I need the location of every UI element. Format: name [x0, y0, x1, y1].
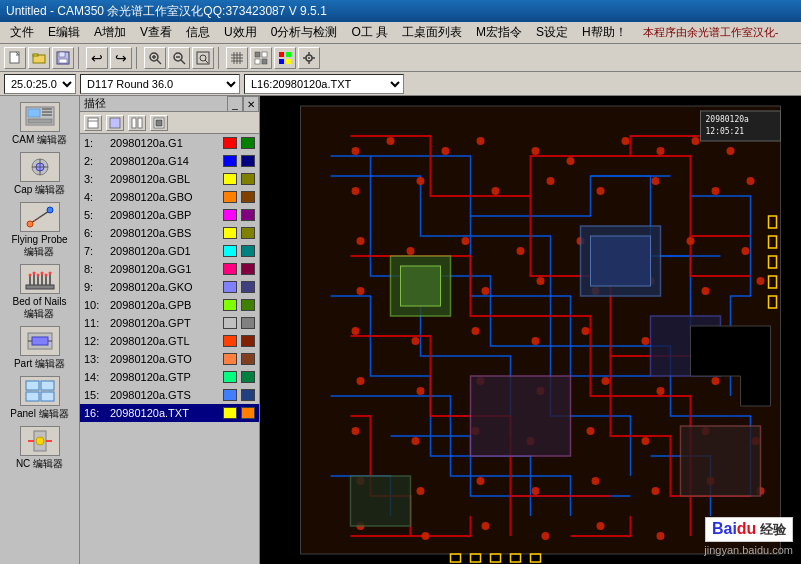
- layer-row[interactable]: 2:20980120a.G14: [80, 152, 259, 170]
- svg-rect-161: [591, 236, 651, 286]
- zoom-fit-button[interactable]: [192, 47, 214, 69]
- svg-rect-22: [255, 52, 260, 57]
- menu-bar: 文件 E编辑 A增加 V查看 信息 U效用 0分析与检测 O工 具 工桌面列表 …: [0, 22, 801, 44]
- layer-row[interactable]: 10:20980120a.GPB: [80, 296, 259, 314]
- menu-view[interactable]: V查看: [134, 22, 178, 43]
- svg-point-60: [40, 272, 43, 275]
- flying-probe-icon: [20, 202, 60, 232]
- layer-color-secondary: [241, 137, 255, 149]
- layer-color-primary: [223, 353, 237, 365]
- svg-point-61: [44, 274, 47, 277]
- menu-macro[interactable]: M宏指令: [470, 22, 528, 43]
- open-button[interactable]: [28, 47, 50, 69]
- layer-row[interactable]: 5:20980120a.GBP: [80, 206, 259, 224]
- layer-row[interactable]: 3:20980120a.GBL: [80, 170, 259, 188]
- layer-num: 16:: [84, 407, 106, 419]
- svg-point-122: [582, 327, 590, 335]
- menu-tools[interactable]: O工 具: [345, 22, 394, 43]
- layer-row[interactable]: 7:20980120a.GD1: [80, 242, 259, 260]
- sidebar-item-cam-editor[interactable]: CAM 编辑器: [4, 100, 76, 148]
- layer-name: 20980120a.GTS: [110, 389, 219, 401]
- layer-color-primary: [223, 263, 237, 275]
- layer-panel-header: [80, 112, 259, 134]
- svg-rect-2: [33, 54, 38, 56]
- layer-header-btn-3[interactable]: [128, 115, 146, 131]
- svg-text:12:05:21: 12:05:21: [706, 127, 745, 136]
- layer-row[interactable]: 9:20980120a.GKO: [80, 278, 259, 296]
- sidebar-item-panel-editor[interactable]: Panel 编辑器: [4, 374, 76, 422]
- menu-add[interactable]: A增加: [88, 22, 132, 43]
- cam-editor-label: CAM 编辑器: [12, 134, 67, 146]
- layer-name: 20980120a.TXT: [110, 407, 219, 419]
- redo-button[interactable]: ↪: [110, 47, 132, 69]
- sidebar-item-nc-editor[interactable]: NC 编辑器: [4, 424, 76, 472]
- layer-name: 20980120a.GPB: [110, 299, 219, 311]
- svg-rect-38: [28, 119, 52, 123]
- zoom-out-button[interactable]: [168, 47, 190, 69]
- panel-title-bar: 描径 _ ✕: [80, 96, 259, 112]
- panel-minimize-button[interactable]: _: [227, 96, 243, 112]
- svg-point-96: [492, 187, 500, 195]
- layer-row[interactable]: 14:20980120a.GTP: [80, 368, 259, 386]
- layer-row[interactable]: 6:20980120a.GBS: [80, 224, 259, 242]
- sidebar-item-part-editor[interactable]: Part 编辑器: [4, 324, 76, 372]
- layer-num: 11:: [84, 317, 106, 329]
- svg-point-105: [517, 247, 525, 255]
- zoom-in-button[interactable]: [144, 47, 166, 69]
- svg-point-120: [472, 327, 480, 335]
- grid-button[interactable]: [226, 47, 248, 69]
- layer-header-btn-1[interactable]: [84, 115, 102, 131]
- svg-point-121: [532, 337, 540, 345]
- grid2-button[interactable]: [250, 47, 272, 69]
- layer-row[interactable]: 11:20980120a.GPT: [80, 314, 259, 332]
- sidebar-item-flying-probe[interactable]: Flying Probe 编辑器: [4, 200, 76, 260]
- menu-table[interactable]: 工桌面列表: [396, 22, 468, 43]
- layer-num: 6:: [84, 227, 106, 239]
- layer-row[interactable]: 13:20980120a.GTO: [80, 350, 259, 368]
- coord-select-2[interactable]: D117 Round 36.0: [80, 74, 240, 94]
- svg-point-123: [642, 337, 650, 345]
- menu-file[interactable]: 文件: [4, 22, 40, 43]
- left-sidebar: CAM 编辑器 Cap 编辑器: [0, 96, 80, 564]
- canvas-area[interactable]: 20980120a 12:05:21: [260, 96, 801, 564]
- svg-point-126: [357, 377, 365, 385]
- layer-row[interactable]: 8:20980120a.GG1: [80, 260, 259, 278]
- sidebar-item-cap-editor[interactable]: Cap 编辑器: [4, 150, 76, 198]
- menu-setup[interactable]: S设定: [530, 22, 574, 43]
- settings-button[interactable]: [298, 47, 320, 69]
- layer-header-btn-2[interactable]: [106, 115, 124, 131]
- layer-num: 8:: [84, 263, 106, 275]
- layer-color-secondary: [241, 299, 255, 311]
- title-text: Untitled - CAM350 余光谱工作室汉化QQ:373423087 V…: [6, 3, 327, 20]
- coord-select-3[interactable]: L16:20980120a.TXT: [244, 74, 404, 94]
- new-button[interactable]: [4, 47, 26, 69]
- menu-info[interactable]: 信息: [180, 22, 216, 43]
- menu-edit[interactable]: E编辑: [42, 22, 86, 43]
- menu-utilities[interactable]: U效用: [218, 22, 263, 43]
- save-button[interactable]: [52, 47, 74, 69]
- layer-color-primary: [223, 209, 237, 221]
- panel-close-button[interactable]: ✕: [243, 96, 259, 112]
- svg-rect-50: [26, 285, 54, 289]
- color-button[interactable]: [274, 47, 296, 69]
- layer-row[interactable]: 15:20980120a.GTS: [80, 386, 259, 404]
- layer-name: 20980120a.GBS: [110, 227, 219, 239]
- layer-name: 20980120a.GD1: [110, 245, 219, 257]
- layer-row[interactable]: 1:20980120a.G1: [80, 134, 259, 152]
- jingyan-url: jingyan.baidu.com: [704, 544, 793, 556]
- coord-select-1[interactable]: 25.0:25.0: [4, 74, 76, 94]
- layer-color-primary: [223, 227, 237, 239]
- layer-color-secondary: [241, 263, 255, 275]
- svg-rect-64: [32, 337, 48, 345]
- layer-row[interactable]: 12:20980120a.GTL: [80, 332, 259, 350]
- menu-help[interactable]: H帮助！: [576, 22, 633, 43]
- layer-row[interactable]: 16:20980120a.TXT: [80, 404, 259, 422]
- undo-button[interactable]: ↩: [86, 47, 108, 69]
- layer-name: 20980120a.G1: [110, 137, 219, 149]
- cap-editor-icon: [20, 152, 60, 182]
- menu-analyze[interactable]: 0分析与检测: [265, 22, 344, 43]
- layer-header-btn-4[interactable]: [150, 115, 168, 131]
- layer-row[interactable]: 4:20980120a.GBO: [80, 188, 259, 206]
- sidebar-item-bed-of-nails[interactable]: Bed of Nails 编辑器: [4, 262, 76, 322]
- svg-point-101: [747, 177, 755, 185]
